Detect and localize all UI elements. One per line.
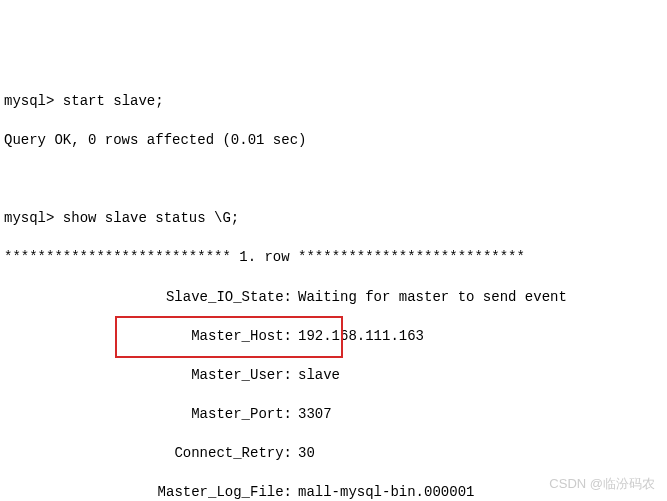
status-row-slave-io-state: Slave_IO_State:Waiting for master to sen…: [4, 288, 663, 308]
value: slave: [292, 366, 340, 386]
status-row-master-host: Master_Host:192.168.111.163: [4, 327, 663, 347]
watermark-text: CSDN @临汾码农: [549, 475, 655, 493]
prompt: mysql>: [4, 93, 54, 109]
value: 192.168.111.163: [292, 327, 424, 347]
status-row-connect-retry: Connect_Retry:30: [4, 444, 663, 464]
status-row-master-port: Master_Port:3307: [4, 405, 663, 425]
command-line-show-status: mysql> show slave status \G;: [4, 209, 663, 229]
command-line-start-slave: mysql> start slave;: [4, 92, 663, 112]
status-row-master-user: Master_User:slave: [4, 366, 663, 386]
label: Master_Host:: [4, 327, 292, 347]
value: 30: [292, 444, 315, 464]
terminal-output: mysql> start slave; Query OK, 0 rows aff…: [4, 72, 663, 501]
command-start-slave: start slave;: [63, 93, 164, 109]
label: Master_Port:: [4, 405, 292, 425]
value: mall-mysql-bin.000001: [292, 483, 474, 501]
row-header: *************************** 1. row *****…: [4, 248, 663, 268]
blank-line: [4, 170, 663, 190]
command-show-status: show slave status \G;: [63, 210, 239, 226]
query-result: Query OK, 0 rows affected (0.01 sec): [4, 131, 663, 151]
label: Connect_Retry:: [4, 444, 292, 464]
label: Slave_IO_State:: [4, 288, 292, 308]
label: Master_User:: [4, 366, 292, 386]
value: Waiting for master to send event: [292, 288, 567, 308]
label: Master_Log_File:: [4, 483, 292, 501]
value: 3307: [292, 405, 332, 425]
prompt: mysql>: [4, 210, 54, 226]
